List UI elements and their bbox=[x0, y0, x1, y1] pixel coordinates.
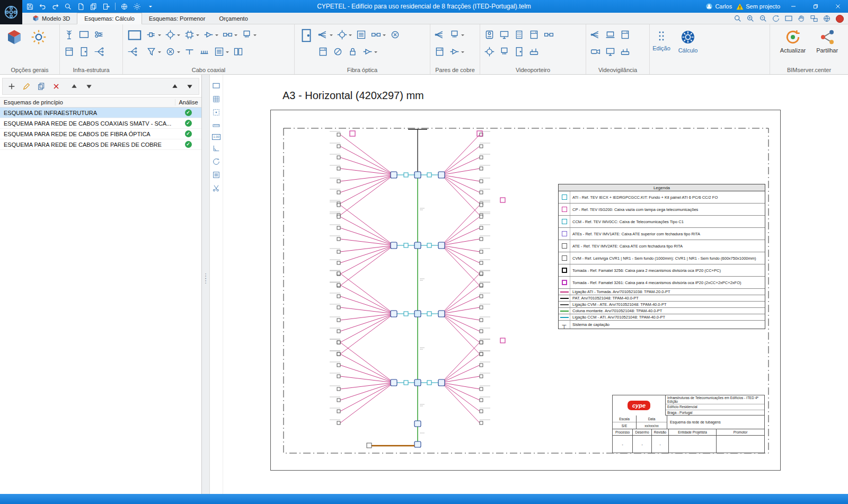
tab-esquemas-pormenor[interactable]: Esquemas: Pormenor bbox=[142, 13, 212, 24]
save-icon[interactable] bbox=[24, 1, 36, 12]
calculo-button[interactable]: Cálculo bbox=[676, 28, 700, 55]
selection-window-icon[interactable] bbox=[211, 81, 221, 91]
schema-row-pares-de-cobre[interactable]: ESQUEMA PARA REDE DE CABOS DE PARES DE C… bbox=[0, 139, 201, 150]
antenna-mast-icon[interactable] bbox=[64, 29, 75, 40]
resources-icon[interactable] bbox=[75, 1, 86, 12]
panel-splitter[interactable]: ⋮⋮ bbox=[202, 75, 210, 494]
fiber-panel-button[interactable] bbox=[370, 29, 386, 40]
user-chip[interactable]: Carlos bbox=[705, 3, 732, 10]
coax-tap-button[interactable] bbox=[184, 46, 195, 57]
intercom-module-icon[interactable] bbox=[528, 29, 540, 40]
ortho-angle-icon[interactable] bbox=[211, 144, 221, 153]
redo-icon[interactable] bbox=[50, 1, 61, 12]
network-icon[interactable] bbox=[93, 46, 104, 57]
coax-outlet-button[interactable] bbox=[146, 29, 161, 40]
cype-tools-icon[interactable] bbox=[131, 1, 143, 12]
pan-hand-icon[interactable] bbox=[796, 13, 807, 24]
close-button[interactable] bbox=[829, 0, 847, 13]
ruler-icon[interactable] bbox=[211, 121, 221, 130]
cype-logo[interactable] bbox=[0, 0, 22, 24]
intercom-connector-icon[interactable] bbox=[543, 29, 554, 40]
intercom-node-icon[interactable] bbox=[484, 46, 495, 57]
tab-orcamento[interactable]: Orçamento bbox=[212, 13, 254, 24]
coax-terminator-button[interactable] bbox=[165, 46, 180, 57]
fiber-circle-button[interactable] bbox=[390, 29, 401, 40]
coax-connector-button[interactable] bbox=[241, 29, 257, 40]
schema-row-fibra-optica[interactable]: ESQUEMA PARA REDE DE CABOS DE FIBRA ÓPTI… bbox=[0, 129, 201, 139]
coax-attenuator-button[interactable] bbox=[146, 46, 161, 57]
copper-splitter-button[interactable] bbox=[434, 29, 445, 40]
cctv-camera-icon[interactable] bbox=[590, 46, 601, 57]
cabinet-icon[interactable] bbox=[64, 46, 75, 57]
drawing-viewport[interactable]: A3 - Horizontal (420x297) mm bbox=[223, 75, 848, 494]
scroll-up-button[interactable] bbox=[170, 82, 180, 91]
fiber-attenuation-button[interactable] bbox=[332, 46, 343, 57]
rotate-view-icon[interactable] bbox=[211, 157, 221, 166]
add-schema-button[interactable] bbox=[7, 82, 16, 91]
project-status-chip[interactable]: Sem projecto bbox=[736, 3, 780, 10]
cctv-splitter-icon[interactable] bbox=[590, 29, 601, 40]
fiber-amplifier-button[interactable] bbox=[362, 46, 377, 57]
coax-cable-button[interactable] bbox=[214, 46, 229, 57]
cctv-router-icon[interactable] bbox=[620, 46, 631, 57]
partilhar-button[interactable]: Partilhar bbox=[814, 28, 840, 55]
fiber-box-button[interactable] bbox=[317, 46, 329, 57]
cctv-monitor-icon[interactable] bbox=[605, 46, 616, 57]
snap-icon[interactable] bbox=[211, 108, 221, 117]
redraw-icon[interactable] bbox=[771, 13, 781, 24]
schema-row-coaxiais-smatv[interactable]: ESQUEMA PARA REDE DE CABOS COAXIAIS SMAT… bbox=[0, 118, 201, 129]
coax-splitter-button[interactable] bbox=[199, 46, 210, 57]
conduits-icon[interactable] bbox=[93, 29, 104, 40]
minimize-button[interactable] bbox=[784, 0, 802, 13]
zoom-extents-icon[interactable] bbox=[783, 13, 794, 24]
intercom-outlet-icon[interactable] bbox=[499, 46, 510, 57]
trim-icon[interactable] bbox=[211, 183, 221, 193]
intercom-monitor-icon[interactable] bbox=[499, 29, 510, 40]
copper-outlet-button[interactable] bbox=[449, 29, 464, 40]
cype-services-icon[interactable] bbox=[119, 1, 130, 12]
coax-amplifier-button[interactable] bbox=[203, 29, 218, 40]
zoom-out-icon[interactable] bbox=[758, 13, 768, 24]
edit-schema-button[interactable] bbox=[22, 82, 31, 91]
intercom-keypad-icon[interactable] bbox=[514, 29, 525, 40]
coax-node-button[interactable] bbox=[165, 29, 180, 40]
export-icon[interactable] bbox=[101, 1, 112, 12]
undo-icon[interactable] bbox=[37, 1, 48, 12]
cctv-laptop-icon[interactable] bbox=[605, 29, 616, 40]
schema-row-infraestrutura[interactable]: ESQUEMA DE INFRAESTRUTURA ✓ bbox=[0, 108, 201, 118]
intercom-panel-icon[interactable] bbox=[484, 29, 495, 40]
zoom-window-icon[interactable] bbox=[732, 13, 743, 24]
edicao-button[interactable]: Edição bbox=[650, 28, 673, 52]
move-down-button[interactable] bbox=[84, 82, 94, 91]
tab-esquemas-calculo[interactable]: Esquemas: Cálculo bbox=[77, 13, 142, 24]
grid-icon[interactable] bbox=[211, 94, 221, 104]
intercom-door-icon[interactable] bbox=[514, 46, 525, 57]
actualizar-button[interactable]: Actualizar bbox=[778, 28, 808, 55]
fiber-cabinet-icon[interactable] bbox=[298, 28, 314, 43]
scale-indicator[interactable]: 1.00 bbox=[212, 134, 220, 140]
move-up-button[interactable] bbox=[69, 82, 79, 91]
general-options-button[interactable] bbox=[28, 28, 49, 47]
copper-box-button[interactable] bbox=[434, 46, 445, 57]
copy-drawing-icon[interactable] bbox=[88, 1, 99, 12]
tile-windows-icon[interactable] bbox=[809, 13, 819, 24]
coax-catalog-button[interactable] bbox=[233, 46, 244, 57]
scroll-down-button[interactable] bbox=[185, 82, 195, 91]
fiber-lock-button[interactable] bbox=[347, 46, 358, 57]
fiber-splitter-button[interactable] bbox=[317, 29, 333, 40]
search-icon[interactable] bbox=[63, 1, 74, 12]
fiber-node-button[interactable] bbox=[337, 29, 352, 40]
coax-panel-button[interactable] bbox=[222, 29, 237, 40]
maximize-button[interactable] bbox=[807, 0, 825, 13]
copper-amplifier-button[interactable] bbox=[449, 46, 464, 57]
annotation-icon[interactable] bbox=[211, 170, 221, 180]
delete-schema-button[interactable] bbox=[51, 82, 61, 91]
general-data-button[interactable] bbox=[4, 28, 25, 47]
intercom-psu-icon[interactable] bbox=[528, 46, 540, 57]
cctv-recorder-icon[interactable] bbox=[620, 29, 631, 40]
zoom-in-icon[interactable] bbox=[745, 13, 756, 24]
coax-equipment-button[interactable] bbox=[184, 29, 199, 40]
coax-frame-icon[interactable] bbox=[127, 28, 143, 43]
web-globe-icon[interactable] bbox=[822, 13, 832, 24]
building-box-icon[interactable] bbox=[78, 29, 90, 40]
